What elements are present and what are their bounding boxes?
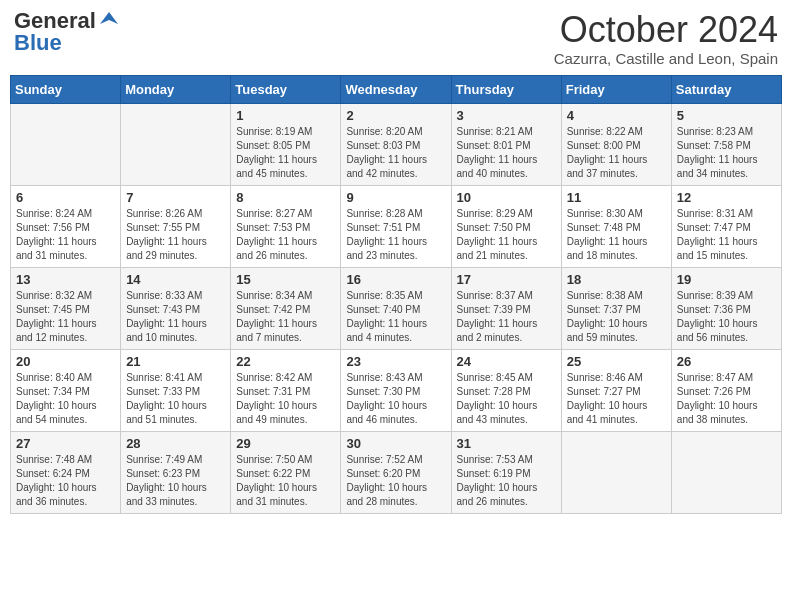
day-number: 17 xyxy=(457,272,556,287)
day-number: 10 xyxy=(457,190,556,205)
cell-info: Sunrise: 8:27 AM Sunset: 7:53 PM Dayligh… xyxy=(236,207,335,263)
calendar-cell: 10Sunrise: 8:29 AM Sunset: 7:50 PM Dayli… xyxy=(451,185,561,267)
calendar-cell xyxy=(121,103,231,185)
calendar-cell: 8Sunrise: 8:27 AM Sunset: 7:53 PM Daylig… xyxy=(231,185,341,267)
cell-info: Sunrise: 8:29 AM Sunset: 7:50 PM Dayligh… xyxy=(457,207,556,263)
day-number: 3 xyxy=(457,108,556,123)
calendar-cell: 2Sunrise: 8:20 AM Sunset: 8:03 PM Daylig… xyxy=(341,103,451,185)
day-number: 27 xyxy=(16,436,115,451)
calendar-cell: 21Sunrise: 8:41 AM Sunset: 7:33 PM Dayli… xyxy=(121,349,231,431)
cell-info: Sunrise: 8:19 AM Sunset: 8:05 PM Dayligh… xyxy=(236,125,335,181)
week-row-2: 6Sunrise: 8:24 AM Sunset: 7:56 PM Daylig… xyxy=(11,185,782,267)
day-header-saturday: Saturday xyxy=(671,75,781,103)
day-number: 1 xyxy=(236,108,335,123)
day-number: 14 xyxy=(126,272,225,287)
day-number: 30 xyxy=(346,436,445,451)
calendar-cell: 31Sunrise: 7:53 AM Sunset: 6:19 PM Dayli… xyxy=(451,431,561,513)
calendar-cell: 18Sunrise: 8:38 AM Sunset: 7:37 PM Dayli… xyxy=(561,267,671,349)
calendar-cell: 30Sunrise: 7:52 AM Sunset: 6:20 PM Dayli… xyxy=(341,431,451,513)
cell-info: Sunrise: 8:35 AM Sunset: 7:40 PM Dayligh… xyxy=(346,289,445,345)
day-number: 15 xyxy=(236,272,335,287)
day-number: 18 xyxy=(567,272,666,287)
calendar-cell: 28Sunrise: 7:49 AM Sunset: 6:23 PM Dayli… xyxy=(121,431,231,513)
day-number: 23 xyxy=(346,354,445,369)
day-number: 8 xyxy=(236,190,335,205)
cell-info: Sunrise: 8:31 AM Sunset: 7:47 PM Dayligh… xyxy=(677,207,776,263)
calendar-cell: 3Sunrise: 8:21 AM Sunset: 8:01 PM Daylig… xyxy=(451,103,561,185)
cell-info: Sunrise: 8:41 AM Sunset: 7:33 PM Dayligh… xyxy=(126,371,225,427)
calendar-cell xyxy=(561,431,671,513)
calendar-cell: 7Sunrise: 8:26 AM Sunset: 7:55 PM Daylig… xyxy=(121,185,231,267)
calendar-cell xyxy=(11,103,121,185)
calendar-cell: 26Sunrise: 8:47 AM Sunset: 7:26 PM Dayli… xyxy=(671,349,781,431)
cell-info: Sunrise: 8:46 AM Sunset: 7:27 PM Dayligh… xyxy=(567,371,666,427)
svg-marker-0 xyxy=(100,12,118,24)
calendar-cell: 22Sunrise: 8:42 AM Sunset: 7:31 PM Dayli… xyxy=(231,349,341,431)
cell-info: Sunrise: 8:34 AM Sunset: 7:42 PM Dayligh… xyxy=(236,289,335,345)
day-number: 12 xyxy=(677,190,776,205)
day-number: 13 xyxy=(16,272,115,287)
cell-info: Sunrise: 8:33 AM Sunset: 7:43 PM Dayligh… xyxy=(126,289,225,345)
logo: General Blue xyxy=(14,10,120,54)
day-number: 31 xyxy=(457,436,556,451)
calendar-cell: 20Sunrise: 8:40 AM Sunset: 7:34 PM Dayli… xyxy=(11,349,121,431)
day-number: 11 xyxy=(567,190,666,205)
day-number: 2 xyxy=(346,108,445,123)
day-number: 5 xyxy=(677,108,776,123)
logo-bird-icon xyxy=(98,10,120,32)
calendar-cell: 25Sunrise: 8:46 AM Sunset: 7:27 PM Dayli… xyxy=(561,349,671,431)
cell-info: Sunrise: 8:42 AM Sunset: 7:31 PM Dayligh… xyxy=(236,371,335,427)
day-header-friday: Friday xyxy=(561,75,671,103)
day-number: 16 xyxy=(346,272,445,287)
cell-info: Sunrise: 8:39 AM Sunset: 7:36 PM Dayligh… xyxy=(677,289,776,345)
day-number: 29 xyxy=(236,436,335,451)
cell-info: Sunrise: 8:45 AM Sunset: 7:28 PM Dayligh… xyxy=(457,371,556,427)
cell-info: Sunrise: 8:24 AM Sunset: 7:56 PM Dayligh… xyxy=(16,207,115,263)
logo-general-text: General xyxy=(14,10,96,32)
calendar-cell: 5Sunrise: 8:23 AM Sunset: 7:58 PM Daylig… xyxy=(671,103,781,185)
location-subtitle: Cazurra, Castille and Leon, Spain xyxy=(554,50,778,67)
day-header-monday: Monday xyxy=(121,75,231,103)
calendar-cell: 15Sunrise: 8:34 AM Sunset: 7:42 PM Dayli… xyxy=(231,267,341,349)
cell-info: Sunrise: 8:20 AM Sunset: 8:03 PM Dayligh… xyxy=(346,125,445,181)
cell-info: Sunrise: 7:50 AM Sunset: 6:22 PM Dayligh… xyxy=(236,453,335,509)
cell-info: Sunrise: 8:28 AM Sunset: 7:51 PM Dayligh… xyxy=(346,207,445,263)
day-number: 6 xyxy=(16,190,115,205)
day-number: 20 xyxy=(16,354,115,369)
cell-info: Sunrise: 8:21 AM Sunset: 8:01 PM Dayligh… xyxy=(457,125,556,181)
day-header-wednesday: Wednesday xyxy=(341,75,451,103)
week-row-1: 1Sunrise: 8:19 AM Sunset: 8:05 PM Daylig… xyxy=(11,103,782,185)
logo-blue-text: Blue xyxy=(14,32,62,54)
month-title: October 2024 xyxy=(554,10,778,50)
calendar-cell: 24Sunrise: 8:45 AM Sunset: 7:28 PM Dayli… xyxy=(451,349,561,431)
cell-info: Sunrise: 8:40 AM Sunset: 7:34 PM Dayligh… xyxy=(16,371,115,427)
day-number: 24 xyxy=(457,354,556,369)
cell-info: Sunrise: 7:48 AM Sunset: 6:24 PM Dayligh… xyxy=(16,453,115,509)
calendar-cell: 11Sunrise: 8:30 AM Sunset: 7:48 PM Dayli… xyxy=(561,185,671,267)
cell-info: Sunrise: 7:53 AM Sunset: 6:19 PM Dayligh… xyxy=(457,453,556,509)
week-row-5: 27Sunrise: 7:48 AM Sunset: 6:24 PM Dayli… xyxy=(11,431,782,513)
day-number: 22 xyxy=(236,354,335,369)
day-number: 25 xyxy=(567,354,666,369)
calendar-cell: 12Sunrise: 8:31 AM Sunset: 7:47 PM Dayli… xyxy=(671,185,781,267)
week-row-3: 13Sunrise: 8:32 AM Sunset: 7:45 PM Dayli… xyxy=(11,267,782,349)
week-row-4: 20Sunrise: 8:40 AM Sunset: 7:34 PM Dayli… xyxy=(11,349,782,431)
day-number: 7 xyxy=(126,190,225,205)
calendar-body: 1Sunrise: 8:19 AM Sunset: 8:05 PM Daylig… xyxy=(11,103,782,513)
calendar-cell: 1Sunrise: 8:19 AM Sunset: 8:05 PM Daylig… xyxy=(231,103,341,185)
day-number: 26 xyxy=(677,354,776,369)
day-number: 28 xyxy=(126,436,225,451)
calendar-cell xyxy=(671,431,781,513)
calendar-table: SundayMondayTuesdayWednesdayThursdayFrid… xyxy=(10,75,782,514)
calendar-header-row: SundayMondayTuesdayWednesdayThursdayFrid… xyxy=(11,75,782,103)
day-number: 21 xyxy=(126,354,225,369)
cell-info: Sunrise: 8:23 AM Sunset: 7:58 PM Dayligh… xyxy=(677,125,776,181)
calendar-cell: 9Sunrise: 8:28 AM Sunset: 7:51 PM Daylig… xyxy=(341,185,451,267)
cell-info: Sunrise: 8:47 AM Sunset: 7:26 PM Dayligh… xyxy=(677,371,776,427)
calendar-cell: 4Sunrise: 8:22 AM Sunset: 8:00 PM Daylig… xyxy=(561,103,671,185)
title-block: October 2024 Cazurra, Castille and Leon,… xyxy=(554,10,778,67)
cell-info: Sunrise: 8:37 AM Sunset: 7:39 PM Dayligh… xyxy=(457,289,556,345)
calendar-cell: 17Sunrise: 8:37 AM Sunset: 7:39 PM Dayli… xyxy=(451,267,561,349)
day-number: 9 xyxy=(346,190,445,205)
calendar-cell: 29Sunrise: 7:50 AM Sunset: 6:22 PM Dayli… xyxy=(231,431,341,513)
